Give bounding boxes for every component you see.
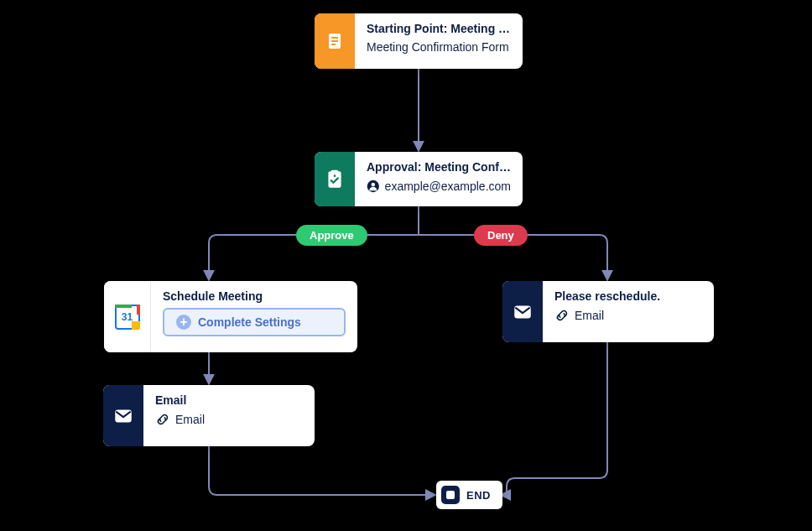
node-assignee-row: example@example.com [367, 179, 511, 194]
plus-icon: + [176, 315, 191, 330]
node-starting-point[interactable]: Starting Point: Meeting Requ... Meeting … [315, 13, 523, 69]
svg-point-8 [372, 183, 376, 187]
node-title: Approval: Meeting Confirma... [367, 160, 511, 174]
node-end[interactable]: END [436, 481, 502, 509]
node-email[interactable]: Email Email [103, 385, 315, 446]
node-reschedule[interactable]: Please reschedule. Email [502, 281, 714, 342]
branch-badge-deny: Deny [474, 225, 528, 246]
node-channel-row: Email [554, 308, 702, 323]
person-icon [367, 179, 380, 194]
form-icon [315, 13, 355, 69]
end-label: END [466, 489, 491, 502]
svg-rect-2 [331, 40, 338, 42]
link-icon [554, 308, 570, 323]
flow-connectors [0, 0, 812, 531]
node-title: Please reschedule. [554, 289, 702, 303]
svg-rect-1 [331, 37, 338, 39]
svg-point-6 [334, 174, 336, 177]
branch-badge-approve: Approve [296, 225, 367, 246]
envelope-icon [502, 281, 543, 342]
complete-settings-button[interactable]: + Complete Settings [163, 308, 346, 336]
node-subtitle: Meeting Confirmation Form [367, 40, 511, 54]
node-channel: Email [175, 413, 205, 426]
svg-rect-4 [328, 171, 341, 188]
node-assignee: example@example.com [385, 180, 511, 193]
svg-rect-3 [331, 44, 336, 45]
approval-icon [315, 152, 355, 206]
google-calendar-icon: 31 [104, 281, 151, 352]
node-title: Email [155, 393, 303, 407]
link-icon [155, 412, 170, 427]
calendar-day-number: 31 [122, 311, 133, 323]
button-label: Complete Settings [198, 315, 301, 329]
node-approval[interactable]: Approval: Meeting Confirma... example@ex… [315, 152, 523, 206]
node-title: Starting Point: Meeting Requ... [367, 22, 511, 35]
stop-icon [441, 486, 460, 504]
envelope-icon [103, 385, 143, 446]
node-schedule-meeting[interactable]: 31 Schedule Meeting + Complete Settings [104, 281, 357, 352]
svg-rect-5 [331, 169, 339, 172]
node-channel-row: Email [155, 412, 303, 427]
node-channel: Email [575, 309, 604, 322]
node-title: Schedule Meeting [163, 289, 346, 303]
